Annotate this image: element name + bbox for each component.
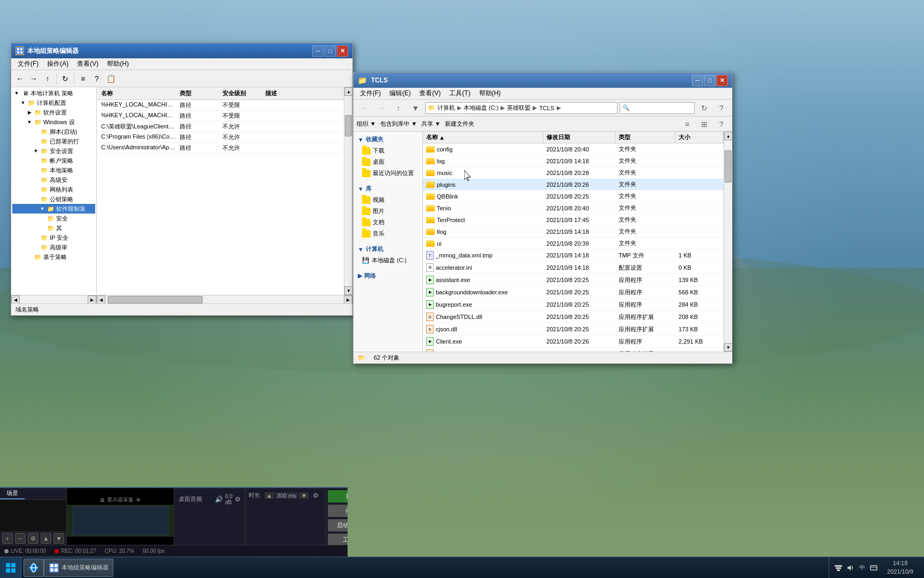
explorer-scroll-thumb[interactable] [725,150,732,182]
obs-volume-icon[interactable]: 🔊 [215,496,223,503]
explorer-recent-btn[interactable]: ▼ [408,101,423,115]
tree-item-deployed[interactable]: 📁 已部署的打 [12,136,95,146]
gpe-menu-action[interactable]: 操作(A) [43,58,73,70]
gpe-close-btn[interactable]: ✕ [337,45,348,57]
scroll-down-btn[interactable]: ▼ [344,286,352,295]
obs-scenes-down-btn[interactable]: ▼ [53,533,64,544]
file-row-changestdll[interactable]: DChangeSTDLL.dll 2021/10/8 20:25 应用程序扩展 … [423,311,723,323]
tree-expand-software-restrict[interactable]: ▼ [39,206,45,212]
tree-item-account[interactable]: 📁 帐户策略 [12,156,95,165]
sidebar-network-header[interactable]: ▶网络 [353,270,422,282]
view-details-btn[interactable]: ⊞ [697,117,712,131]
file-row-accelerator[interactable]: ⚙accelerator.ini 2021/10/9 14:18 配置设置 0 … [423,262,723,274]
tree-scroll-right[interactable]: ▶ [88,295,96,304]
obs-studio-mode-btn[interactable]: 工作室模式 [328,534,348,545]
explorer-titlebar[interactable]: 📁 TCLS ─ □ ✕ [353,73,732,88]
sidebar-library-header[interactable]: ▼库 [353,183,422,194]
include-library-btn[interactable]: 包含到库中 ▼ [380,120,417,128]
explorer-up-btn[interactable]: ↑ [391,101,406,115]
obs-transition-settings-icon[interactable]: ⚙ [313,492,319,499]
tray-lang-icon[interactable]: 中 [857,563,867,573]
file-row-config[interactable]: config 2021/10/8 20:40 文件夹 [423,143,723,155]
tree-item-safe[interactable]: 📁 安全 [12,214,95,223]
explorer-refresh-btn[interactable]: ↻ [697,101,712,115]
tree-item-network[interactable]: 📁 网格列表 [12,185,95,194]
detail-row-4[interactable]: C:\Users\Administrator\AppData\R... 路径 不… [97,143,344,154]
tree-scroll-track[interactable] [20,295,88,303]
tree-item-pubkey[interactable]: 📁 公钥策略 [12,194,95,204]
file-col-type[interactable]: 类型 [615,132,675,143]
explorer-menu-help[interactable]: 帮助(H) [475,88,505,99]
explorer-menu-file[interactable]: 文件(F) [356,88,385,99]
file-col-size[interactable]: 大小 [675,132,723,143]
gpe-maximize-btn[interactable]: □ [325,45,336,57]
file-row-bugreport[interactable]: ▶bugreport.exe 2021/10/8 20:25 应用程序 284 … [423,299,723,311]
explorer-help-btn[interactable]: ? [714,101,729,115]
sidebar-item-music[interactable]: 音乐 [353,228,422,239]
sidebar-item-recent[interactable]: 最近访问的位置 [353,168,422,179]
explorer-menu-edit[interactable]: 编辑(E) [385,88,415,99]
gpe-tree-hscroll[interactable]: ◀ ▶ [11,295,97,303]
obs-scenes-settings-btn[interactable]: ⚙ [28,533,38,544]
obs-scenes-remove-btn[interactable]: − [15,533,26,544]
explorer-menu-view[interactable]: 查看(V) [415,88,445,99]
tree-expand-scripts[interactable] [33,128,39,135]
gpe-forward-btn[interactable]: → [27,72,40,85]
new-folder-btn[interactable]: 新建文件夹 [445,120,474,128]
share-btn[interactable]: 共享 ▼ [421,120,441,128]
explorer-close-btn[interactable]: ✕ [717,75,728,86]
address-crumb-lol[interactable]: 英雄联盟 [507,104,530,112]
address-crumb-c[interactable]: 本地磁盘 (C:) [464,104,498,112]
obs-stop-record-btn[interactable]: 停止录制 [328,505,348,517]
sidebar-item-downloads[interactable]: 下载 [353,145,422,156]
tree-expand-security[interactable]: ▼ [33,148,39,154]
file-row-ui[interactable]: ui 2021/10/8 20:39 文件夹 [423,238,723,249]
file-row-qbblink[interactable]: QBBlink 2021/10/8 20:25 文件夹 [423,191,723,202]
col-header-security[interactable]: 安全级别 [220,88,263,98]
tree-item-computer[interactable]: ▼ 📁 计算机配置 [12,98,95,108]
tree-item-ipsec[interactable]: 📁 IP 安全 [12,233,95,242]
obs-audio-settings-icon[interactable]: ⚙ [235,496,241,503]
detail-scroll-track[interactable] [105,295,344,303]
gpe-refresh-btn[interactable]: ↻ [59,72,72,85]
gpe-detail-hscroll[interactable]: ◀ ▶ [97,295,352,303]
explorer-forward-btn[interactable]: → [374,101,389,115]
file-row-tenprotect[interactable]: TenProtect 2021/10/9 17:45 文件夹 [423,214,723,226]
explorer-maximize-btn[interactable]: □ [704,75,715,86]
taskbar-item-gpe[interactable]: 本地组策略编辑器 [44,559,113,577]
detail-scroll-right[interactable]: ▶ [344,295,352,304]
explorer-scroll-track[interactable] [724,140,732,343]
file-row-assistant[interactable]: ▶assistant.exe 2021/10/8 20:25 应用程序 139 … [423,274,723,286]
explorer-menu-tools[interactable]: 工具(T) [445,88,474,99]
file-row-bgdownloader[interactable]: ▶backgrounddownloader.exe 2021/10/8 20:2… [423,286,723,299]
col-header-desc[interactable]: 描述 [263,88,342,98]
obs-scenes-add-btn[interactable]: + [2,533,13,544]
file-row-log[interactable]: log 2021/10/9 14:18 文件夹 [423,155,723,167]
tree-item-scripts[interactable]: 📁 脚本(启动) [12,127,95,136]
address-crumb-computer[interactable]: 计算机 [437,104,455,112]
address-crumb-tcls[interactable]: TCLS [539,105,554,111]
detail-row-1[interactable]: %HKEY_LOCAL_MACHINE\SOFTWA... 路径 不受限 [97,111,344,121]
file-row-clientbase[interactable]: DClientBase.dll 2021/10/8 20:25 应用程序扩展 3… [423,348,723,352]
tree-item-other[interactable]: 📁 其 [12,223,95,233]
file-row-music[interactable]: music 2021/10/8 20:28 文件夹 [423,167,723,179]
detail-row-0[interactable]: %HKEY_LOCAL_MACHINE\SOFTWA... 路径 不受限 [97,100,344,111]
gpe-back-btn[interactable]: ← [13,72,26,85]
explorer-address-bar[interactable]: 📁 计算机 ▶ 本地磁盘 (C:) ▶ 英雄联盟 ▶ TCLS ▶ [425,102,618,114]
tree-item-software-restrict[interactable]: ▼ 📁 软件限制策 [12,204,95,214]
sidebar-item-desktop[interactable]: 桌面 [353,156,422,168]
sidebar-computer-header[interactable]: ▼计算机 [353,244,422,255]
tree-scroll-left[interactable]: ◀ [11,295,20,304]
sidebar-item-video[interactable]: 视频 [353,194,422,206]
tree-item-audit[interactable]: 📁 高级审 [12,242,95,252]
file-row-plugins[interactable]: plugins 2021/10/8 20:26 文件夹 [423,179,723,191]
obs-tab-scenes[interactable]: 场景 [0,488,25,499]
obs-duration-up[interactable]: ▲ [265,492,274,499]
file-col-name[interactable]: 名称 ▲ [423,132,543,143]
obs-start-stream-btn[interactable]: 开始推流 [328,490,348,503]
tree-item-local[interactable]: 📁 本地策略 [12,165,95,175]
explorer-vscrollbar[interactable]: ▲ ▼ [723,132,732,352]
file-row-tlog[interactable]: tlog 2021/10/9 14:18 文件夹 [423,226,723,238]
view-help-btn[interactable]: ? [714,117,729,131]
file-row-tenio[interactable]: Tenio 2021/10/8 20:40 文件夹 [423,202,723,214]
